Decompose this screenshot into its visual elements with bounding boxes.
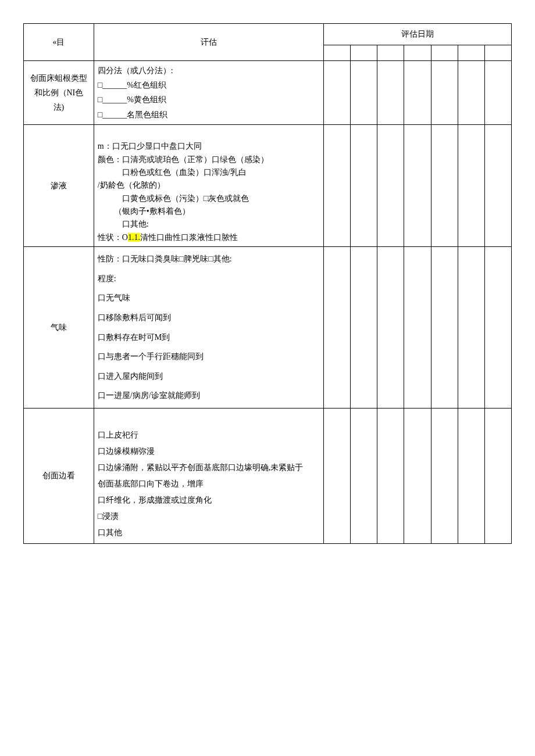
data-cell[interactable] — [458, 409, 484, 544]
date-cell[interactable] — [458, 45, 484, 61]
data-cell[interactable] — [458, 61, 484, 125]
data-cell[interactable] — [458, 124, 484, 247]
data-cell[interactable] — [377, 124, 404, 247]
header-item: «目 — [24, 24, 94, 61]
exudate-8c: 清性口曲性口浆液性口脓性 — [140, 233, 238, 242]
data-cell[interactable] — [377, 409, 404, 544]
odor-line: 口一进屋/病房/诊室就能师到 — [98, 386, 320, 406]
date-cell[interactable] — [404, 45, 431, 61]
date-cell[interactable] — [484, 45, 511, 61]
data-cell[interactable] — [324, 124, 351, 247]
assessment-table: «目 讦估 评估日期 创面床蛆根类型 和比例（NI色 法) 四分法（或八分法）:… — [23, 23, 512, 544]
exudate-line: 颜色：口清亮或琥珀色（正常）口绿色（感染） — [98, 153, 320, 166]
label-line: 创面床蛆根类型 — [27, 71, 90, 85]
label-odor: 气味 — [24, 247, 94, 409]
edge-line: 创面基底部口向下卷边，增庠 — [98, 476, 320, 492]
edge-line: 口纤维化，形成撤渡或过度角化 — [98, 492, 320, 508]
label-tissue: 创面床蛆根类型 和比例（NI色 法) — [24, 61, 94, 125]
exudate-line: m：口无口少显口中盘口大同 — [98, 140, 320, 153]
data-cell[interactable] — [431, 247, 458, 409]
data-cell[interactable] — [351, 124, 377, 247]
content-tissue: 四分法（或八分法）: □______%红色组织 □______%黄色组织 □__… — [94, 61, 323, 125]
row-exudate: 渗液 m：口无口少显口中盘口大同 颜色：口清亮或琥珀色（正常）口绿色（感染） 口… — [24, 124, 512, 247]
content-exudate: m：口无口少显口中盘口大同 颜色：口清亮或琥珀色（正常）口绿色（感染） 口粉色或… — [94, 124, 323, 247]
exudate-line: 口粉色或红色（血染）口浑浊/乳白 — [98, 166, 320, 179]
data-cell[interactable] — [431, 61, 458, 125]
data-cell[interactable] — [484, 124, 511, 247]
odor-line: 口与患者一个手行距穗能同到 — [98, 347, 320, 367]
data-cell[interactable] — [484, 409, 511, 544]
data-cell[interactable] — [324, 409, 351, 544]
data-cell[interactable] — [404, 409, 431, 544]
label-line: 法) — [27, 100, 90, 114]
date-cell[interactable] — [377, 45, 404, 61]
exudate-line: 口黄色或标色（污染）□灰色或就色 — [98, 192, 320, 205]
exudate-line-8: 性状：O1.1.清性口曲性口浆液性口脓性 — [98, 231, 320, 244]
label-exudate: 渗液 — [24, 124, 94, 247]
data-cell[interactable] — [484, 61, 511, 125]
data-cell[interactable] — [351, 409, 377, 544]
odor-line: 口进入屋内能间到 — [98, 367, 320, 386]
edge-line: □浸渍 — [98, 508, 320, 525]
header-row: «目 讦估 评估日期 — [24, 24, 512, 45]
date-cell[interactable] — [351, 45, 377, 61]
tissue-text: 四分法（或八分法）: □______%红色组织 □______%黄色组织 □__… — [98, 63, 320, 122]
odor-line: 口无气味 — [98, 288, 320, 308]
label-line: 和比例（NI色 — [27, 85, 90, 100]
exudate-line: 口其他: — [98, 218, 320, 231]
data-cell[interactable] — [324, 247, 351, 409]
data-cell[interactable] — [377, 247, 404, 409]
data-cell[interactable] — [351, 61, 377, 125]
odor-line: 口敷料存在时可M到 — [98, 328, 320, 347]
row-odor: 气味 性防：口无味口粪臭味□脾兇味□其他: 程度: 口无气味 口移除敷料后可闻到… — [24, 247, 512, 409]
data-cell[interactable] — [351, 247, 377, 409]
data-cell[interactable] — [431, 409, 458, 544]
row-edge: 创面边看 口上皮祀行 口边缘模糊弥漫 口边缘涌附，紧贴以平齐创面基底部口边壕明确… — [24, 409, 512, 544]
odor-line: 性防：口无味口粪臭味□脾兇味□其他: — [98, 249, 320, 269]
data-cell[interactable] — [324, 61, 351, 125]
exudate-8b-highlight: 1.1. — [128, 233, 140, 242]
data-cell[interactable] — [404, 247, 431, 409]
header-dates: 评估日期 — [324, 24, 512, 45]
edge-line: 口上皮祀行 — [98, 427, 320, 443]
data-cell[interactable] — [458, 247, 484, 409]
content-odor: 性防：口无味口粪臭味□脾兇味□其他: 程度: 口无气味 口移除敷料后可闻到 口敷… — [94, 247, 323, 409]
exudate-8a: 性状：O — [98, 233, 128, 242]
edge-line: 口其他 — [98, 525, 320, 541]
exudate-line: /奶龄色（化脓的） — [98, 179, 320, 192]
data-cell[interactable] — [484, 247, 511, 409]
odor-line: 口移除敷料后可闻到 — [98, 308, 320, 328]
edge-line: 口边缘模糊弥漫 — [98, 443, 320, 460]
content-edge: 口上皮祀行 口边缘模糊弥漫 口边缘涌附，紧贴以平齐创面基底部口边壕明确,未紧贴于… — [94, 409, 323, 544]
label-edge: 创面边看 — [24, 409, 94, 544]
data-cell[interactable] — [404, 124, 431, 247]
data-cell[interactable] — [377, 61, 404, 125]
row-tissue: 创面床蛆根类型 和比例（NI色 法) 四分法（或八分法）: □______%红色… — [24, 61, 512, 125]
odor-line: 程度: — [98, 269, 320, 289]
data-cell[interactable] — [431, 124, 458, 247]
exudate-line: （银肉子•敷料着色） — [98, 205, 320, 218]
date-cell[interactable] — [431, 45, 458, 61]
date-cell[interactable] — [324, 45, 351, 61]
data-cell[interactable] — [404, 61, 431, 125]
edge-line: 口边缘涌附，紧贴以平齐创面基底部口边壕明确,未紧贴于 — [98, 460, 320, 476]
header-assessment: 讦估 — [94, 24, 323, 61]
